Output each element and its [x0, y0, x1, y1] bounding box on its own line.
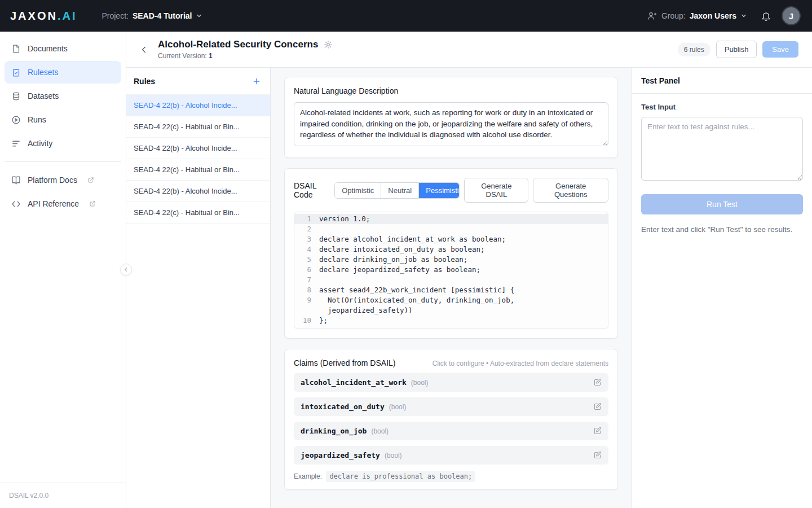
- rule-list-item[interactable]: SEAD-4 22(c) - Habitual or Bin...: [126, 159, 270, 180]
- rule-list-item[interactable]: SEAD-4 22(b) - Alcohol Incide...: [126, 137, 270, 159]
- test-input-textarea[interactable]: [641, 117, 803, 181]
- project-selector[interactable]: Project: SEAD-4 Tutorial: [102, 11, 202, 20]
- version-value: 1: [209, 52, 213, 60]
- sidebar-item-label: Activity: [28, 139, 52, 148]
- code-line: 6declare jeopardized_safety as boolean;: [294, 265, 608, 275]
- description-card: Natural Language Description Alcohol-rel…: [284, 77, 618, 158]
- claim-name: drinking_on_job: [301, 427, 367, 435]
- claims-example: Example: declare is_professional as bool…: [294, 472, 608, 480]
- line-number: 9: [294, 295, 319, 316]
- claims-card: Claims (Derived from DSAIL) Click to con…: [284, 349, 618, 490]
- rule-list-item[interactable]: SEAD-4 22(b) - Alcohol Incide...: [126, 94, 270, 116]
- sidebar-link-label: Platform Docs: [28, 176, 77, 185]
- claim-row[interactable]: jeopardized_safety (bool): [294, 446, 608, 465]
- mode-optimistic-button[interactable]: Optimistic: [335, 183, 381, 198]
- claim-type: (bool): [389, 403, 407, 411]
- code-line: 1version 1.0;: [294, 214, 608, 224]
- example-label: Example:: [294, 472, 322, 480]
- rule-list-item[interactable]: SEAD-4 22(b) - Alcohol Incide...: [126, 180, 270, 202]
- group-label: Group:: [661, 11, 686, 20]
- sidebar-collapse-button[interactable]: [120, 264, 132, 275]
- claim-row[interactable]: intoxicated_on_duty (bool): [294, 397, 608, 416]
- rule-list-item[interactable]: SEAD-4 22(c) - Habitual or Bin...: [126, 202, 270, 224]
- line-number: 3: [294, 234, 319, 244]
- line-number: 4: [294, 244, 319, 255]
- sidebar-item-runs[interactable]: Runs: [5, 108, 121, 131]
- run-test-button[interactable]: Run Test: [641, 194, 803, 214]
- code-text: version 1.0;: [319, 214, 370, 224]
- claim-row[interactable]: alcohol_incident_at_work (bool): [294, 373, 608, 392]
- claims-card-subtitle: Click to configure • Auto-extracted from…: [433, 360, 608, 367]
- mode-segmented-control: Optimistic Neutral Pessimistic: [334, 182, 460, 199]
- external-link-icon: [87, 177, 94, 183]
- chevron-down-icon: [740, 12, 747, 19]
- claim-name: jeopardized_safety: [301, 451, 380, 459]
- code-line: 8assert sead4_22b_work_incident [pessimi…: [294, 285, 608, 295]
- rules-panel-title: Rules: [134, 77, 155, 86]
- code-text: declare alcohol_incident_at_work as bool…: [319, 234, 506, 244]
- code-line: 9 Not(Or(intoxicated_on_duty, drinking_o…: [294, 295, 608, 316]
- code-text: assert sead4_22b_work_incident [pessimis…: [319, 285, 514, 295]
- topbar: JAXON.AI Project: SEAD-4 Tutorial Group:…: [0, 0, 812, 32]
- chevron-down-icon: [196, 12, 202, 19]
- user-avatar[interactable]: J: [782, 6, 801, 25]
- page-title: Alcohol-Related Security Concerns: [158, 39, 318, 50]
- test-input-label: Test Input: [641, 103, 803, 111]
- play-circle-icon: [11, 115, 21, 125]
- line-number: 7: [294, 275, 319, 285]
- sidebar-item-rulesets[interactable]: Rulesets: [5, 61, 121, 84]
- save-button[interactable]: Save: [762, 41, 798, 58]
- sidebar-item-documents[interactable]: Documents: [5, 37, 121, 60]
- sidebar-divider: [5, 161, 121, 162]
- rules-count-badge: 6 rules: [678, 43, 710, 56]
- code-text: declare drinking_on_job as boolean;: [319, 255, 467, 265]
- edit-claim-icon[interactable]: [593, 451, 602, 459]
- document-icon: [11, 44, 21, 54]
- add-rule-button[interactable]: [251, 76, 262, 87]
- rule-editor: Natural Language Description Alcohol-rel…: [271, 68, 632, 508]
- dsail-code-editor[interactable]: 1version 1.0; 2 3declare alcohol_inciden…: [294, 212, 608, 329]
- sidebar-link-api-reference[interactable]: API Reference: [5, 192, 121, 215]
- line-number: 1: [294, 214, 319, 224]
- publish-button[interactable]: Publish: [716, 41, 757, 58]
- project-name: SEAD-4 Tutorial: [133, 11, 192, 20]
- edit-claim-icon[interactable]: [593, 402, 602, 411]
- rule-list-item[interactable]: SEAD-4 22(c) - Habitual or Bin...: [126, 116, 270, 137]
- mode-pessimistic-button[interactable]: Pessimistic: [418, 183, 460, 198]
- edit-claim-icon[interactable]: [593, 427, 602, 435]
- project-label: Project:: [102, 11, 128, 20]
- logo-text-ai: AI: [62, 10, 77, 23]
- current-version: Current Version: 1: [158, 52, 333, 60]
- sidebar-item-datasets[interactable]: Datasets: [5, 85, 121, 107]
- sidebar-item-activity[interactable]: Activity: [5, 132, 121, 155]
- claim-name: alcohol_incident_at_work: [301, 378, 407, 387]
- claim-type: (bool): [385, 452, 402, 459]
- sidebar: Documents Rulesets Datasets Runs: [0, 32, 126, 508]
- claim-type: (bool): [371, 427, 389, 435]
- code-line: 5declare drinking_on_job as boolean;: [294, 255, 608, 265]
- code-brackets-icon: [11, 199, 21, 209]
- code-text: };: [319, 316, 328, 326]
- claim-name: intoxicated_on_duty: [301, 402, 385, 411]
- line-number: 6: [294, 265, 319, 275]
- code-text: Not(Or(intoxicated_on_duty, drinking_on_…: [319, 295, 514, 316]
- code-line: 7: [294, 275, 608, 285]
- generate-questions-button[interactable]: Generate Questions: [533, 178, 608, 203]
- app-version: DSAIL v2.0.0: [0, 483, 126, 508]
- description-textarea[interactable]: Alcohol-related incidents at work, such …: [294, 102, 608, 146]
- sidebar-link-platform-docs[interactable]: Platform Docs: [5, 169, 121, 191]
- database-icon: [11, 91, 21, 101]
- gear-icon[interactable]: [324, 40, 333, 49]
- clipboard-check-icon: [11, 68, 21, 77]
- mode-neutral-button[interactable]: Neutral: [381, 183, 418, 198]
- sidebar-item-label: Rulesets: [28, 68, 58, 77]
- edit-claim-icon[interactable]: [593, 378, 602, 387]
- claim-row[interactable]: drinking_on_job (bool): [294, 422, 608, 440]
- sidebar-item-label: Documents: [28, 44, 68, 53]
- group-selector[interactable]: Group: Jaxon Users: [661, 11, 747, 20]
- logo-text-main: JAXON: [10, 10, 58, 23]
- line-number: 10: [294, 316, 319, 326]
- notifications-bell-icon[interactable]: [761, 11, 771, 21]
- generate-dsail-button[interactable]: Generate DSAIL: [464, 178, 528, 203]
- back-button[interactable]: [136, 42, 152, 58]
